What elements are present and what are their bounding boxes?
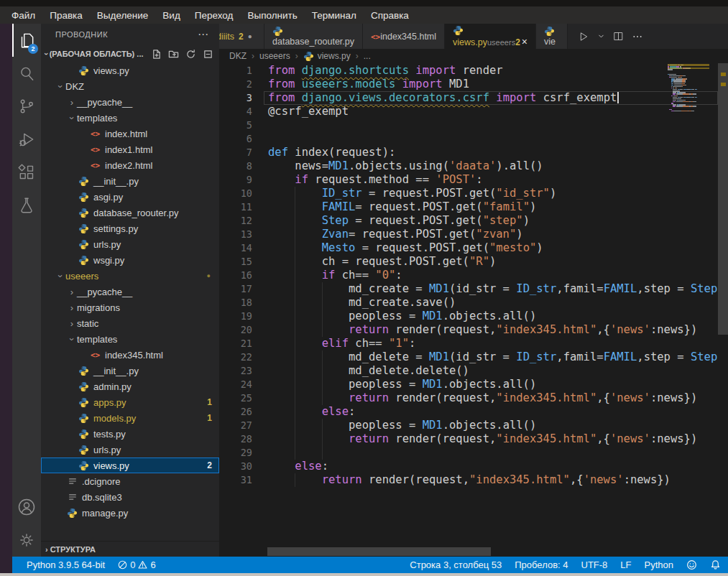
tree-item-migrations[interactable]: ›migrations — [41, 299, 219, 315]
tree-item-database_roouter.py[interactable]: database_roouter.py — [41, 205, 219, 220]
code-line[interactable]: 10 ID_str = request.POST.get("id_str") — [219, 187, 718, 200]
menu-item-2[interactable]: Правка — [42, 10, 90, 21]
breadcrumb-item-views.py[interactable]: views.py — [303, 51, 351, 62]
activity-extensions[interactable] — [12, 156, 41, 189]
code-line[interactable]: 11 FAMIL= request.POST.get("famil") — [219, 200, 718, 214]
tree-item-__init__.py[interactable]: __init__.py — [41, 173, 219, 189]
tree-item-urls.py[interactable]: urls.py — [41, 442, 219, 457]
tree-item-static[interactable]: ›static — [41, 315, 219, 331]
tree-item-views.py[interactable]: views.py — [41, 62, 219, 78]
code-line[interactable]: 1from django.shortcuts import render — [219, 64, 718, 78]
status-language-mode[interactable]: Python — [645, 559, 673, 570]
code-line[interactable]: 16 if ch== "0": — [219, 269, 718, 282]
code-line[interactable]: 23 md_delete.delete() — [219, 364, 718, 378]
code-line[interactable]: 20 return render(request,"index345.html"… — [219, 323, 718, 337]
status-cursor-position[interactable]: Строка 3, столбец 53 — [410, 559, 502, 570]
tree-item-templates[interactable]: ›templates — [41, 110, 219, 126]
activity-source-control[interactable] — [12, 90, 41, 123]
code-line[interactable]: 15 ch = request.POST.get("R") — [219, 255, 718, 269]
code-line[interactable]: 14 Mesto = request.POST.get("mesto") — [219, 241, 718, 255]
menu-item-5[interactable]: Переход — [188, 10, 241, 21]
menu-item-1[interactable]: Файл — [4, 10, 42, 21]
code-line[interactable]: 28 return render(request,"index345.html"… — [219, 432, 718, 446]
tab-views.py[interactable]: views.pyuseeers2× — [445, 24, 536, 49]
code-line[interactable]: 9 if request.method == 'POST': — [219, 173, 718, 187]
tab-diiits[interactable]: diiits2● — [219, 24, 264, 49]
more-actions-button[interactable] — [632, 31, 643, 42]
code-line[interactable]: 13 Zvan= request.POST.get("zvan") — [219, 228, 718, 241]
tree-item-index.html[interactable]: <>index.html — [41, 126, 219, 141]
outline-section-header[interactable]: › СТРУКТУРА — [41, 541, 219, 557]
tree-item-admin.py[interactable]: admin.py — [41, 378, 219, 394]
menu-item-3[interactable]: Выделение — [90, 10, 156, 21]
menu-item-7[interactable]: Терминал — [305, 10, 364, 21]
tree-item-__pycache__[interactable]: ›__pycache__ — [41, 284, 219, 299]
tab-database_roouter.py[interactable]: database_roouter.py — [264, 24, 363, 49]
breadcrumb-item-useeers[interactable]: useeers — [259, 51, 290, 61]
status-encoding[interactable]: UTF-8 — [581, 559, 608, 570]
code-line[interactable]: 7def index(request): — [219, 146, 718, 159]
code-line[interactable]: 12 Step = request.POST.get("step") — [219, 214, 718, 228]
collapse-all-icon[interactable] — [203, 49, 213, 60]
code-line[interactable]: 24 peopless = MD1.objects.all() — [219, 378, 718, 391]
activity-explorer[interactable]: 2 — [12, 24, 41, 57]
status-feedback[interactable] — [686, 559, 697, 570]
code-editor[interactable]: 1from django.shortcuts import render2fro… — [219, 63, 718, 547]
code-line[interactable]: 26 else: — [219, 405, 718, 419]
tree-item-wsgi.py[interactable]: wsgi.py — [41, 252, 219, 268]
tree-item-models.py[interactable]: models.py1 — [41, 410, 219, 426]
tab-vie[interactable]: vie — [536, 24, 568, 49]
code-line[interactable]: 2from useeers.models import MD1 — [219, 78, 718, 91]
tree-item-apps.py[interactable]: apps.py1 — [41, 394, 219, 410]
tree-item-__pycache__[interactable]: ›__pycache__ — [41, 94, 219, 110]
code-line[interactable]: 3from django.views.decorators.csrf impor… — [219, 91, 718, 105]
menu-item-6[interactable]: Выполнить — [240, 10, 304, 21]
code-line[interactable]: 31 return render(request,"index345.html"… — [219, 473, 718, 487]
run-button[interactable] — [578, 31, 589, 42]
tree-item-index2.html[interactable]: <>index2.html — [41, 157, 219, 173]
code-line[interactable]: 22 md_delete = MD1(id_str = ID_str,famil… — [219, 350, 718, 364]
tree-item-templates[interactable]: ›templates — [41, 331, 219, 347]
breadcrumb-item-DKZ[interactable]: DKZ — [229, 51, 246, 61]
code-line[interactable]: 17 md_create = MD1(id_str = ID_str,famil… — [219, 282, 718, 296]
tree-item-useeers[interactable]: ›useeers● — [41, 268, 219, 284]
views-actions-icon[interactable]: ⋯ — [198, 28, 209, 41]
tree-item-DKZ[interactable]: ›DKZ — [41, 78, 219, 94]
activity-testing[interactable] — [12, 189, 41, 222]
code-line[interactable]: 30 else: — [219, 460, 718, 473]
split-editor-button[interactable] — [613, 31, 624, 42]
tree-item-.dcignore[interactable]: .dcignore — [41, 473, 219, 489]
run-dropdown[interactable] — [597, 32, 605, 40]
tree-item-settings.py[interactable]: settings.py — [41, 220, 219, 236]
menu-item-4[interactable]: Вид — [155, 10, 187, 21]
code-line[interactable]: 21 elif ch== "1": — [219, 337, 718, 350]
interpreter-indicator[interactable]: Python 3.9.5 64-bit — [27, 559, 105, 570]
tree-item-index345.html[interactable]: <>index345.html — [41, 347, 219, 363]
breadcrumb-item-...[interactable]: ... — [364, 51, 371, 61]
code-line[interactable]: 25 return render(request,"index345.html"… — [219, 391, 718, 405]
tab-index345.html[interactable]: <>index345.html — [363, 24, 445, 49]
code-line[interactable]: 18 md_create.save() — [219, 296, 718, 310]
tree-item-asgi.py[interactable]: asgi.py — [41, 189, 219, 205]
code-line[interactable]: 29 — [219, 446, 718, 460]
status-notifications[interactable] — [710, 559, 721, 570]
activity-search[interactable] — [12, 57, 41, 90]
status-indentation[interactable]: Пробелов: 4 — [515, 559, 568, 570]
problems-indicator[interactable]: 0 6 — [118, 559, 155, 570]
tree-item-tests.py[interactable]: tests.py — [41, 426, 219, 442]
tree-item-views.py[interactable]: views.py2 — [41, 457, 219, 473]
tree-item-urls.py[interactable]: urls.py — [41, 236, 219, 252]
new-file-icon[interactable] — [151, 49, 162, 60]
tree-item-manage.py[interactable]: manage.py — [41, 505, 219, 521]
activity-settings[interactable] — [12, 524, 41, 557]
new-folder-icon[interactable] — [168, 49, 179, 60]
menu-item-8[interactable]: Справка — [364, 10, 416, 21]
activity-run-debug[interactable] — [12, 123, 41, 156]
status-eol[interactable]: LF — [620, 559, 631, 570]
tree-item-db.sqlite3[interactable]: db.sqlite3 — [41, 489, 219, 505]
vertical-scrollbar[interactable] — [718, 63, 728, 335]
horizontal-scrollbar[interactable] — [267, 547, 491, 556]
code-line[interactable]: 6 — [219, 132, 718, 146]
code-line[interactable]: 27 peopless = MD1.objects.all() — [219, 419, 718, 432]
code-line[interactable]: 8 news=MD1.objects.using('daata').all() — [219, 159, 718, 173]
